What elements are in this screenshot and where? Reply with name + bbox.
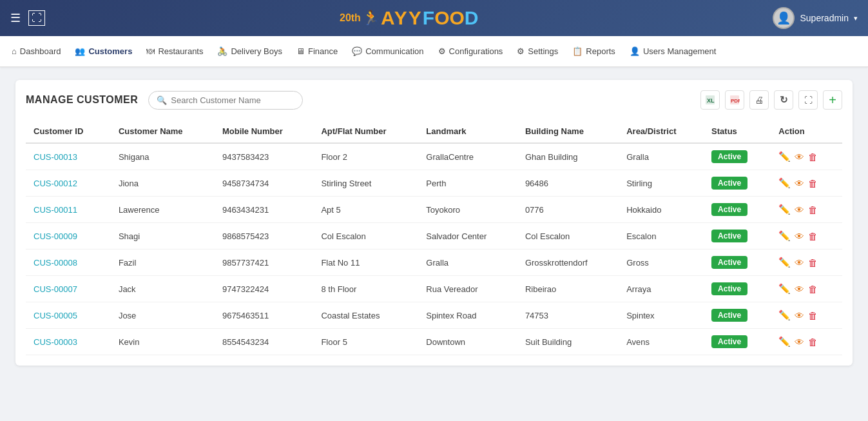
nav-item-configurations[interactable]: ⚙ Configurations [432,43,510,60]
col-mobile-number: Mobile Number [215,120,314,143]
nav-item-delivery-boys[interactable]: 🚴 Delivery Boys [211,43,288,60]
header: ☰ ⛶ 20th 🏃 AYY F OO D 👤 Superadmin ▾ [0,0,868,36]
edit-icon[interactable]: ✏️ [778,230,791,242]
print-icon: 🖨 [755,95,764,105]
pdf-icon: PDF [729,95,740,105]
nav-item-settings[interactable]: ⚙ Settings [510,43,564,60]
edit-icon[interactable]: ✏️ [778,257,791,268]
card-header-left: MANAGE CUSTOMER 🔍 [26,91,303,110]
cell-mobile: 8554543234 [215,329,314,355]
export-xlsx-button[interactable]: XL [700,90,720,110]
table-row: CUS-00011 Lawerence 9463434231 Apt 5 Toy… [26,197,842,223]
cell-status: Active [704,197,771,223]
col-landmark: Landmark [418,120,517,143]
status-badge: Active [711,203,747,216]
cell-status: Active [704,143,771,170]
table-row: CUS-00008 Fazil 9857737421 Flat No 11 Gr… [26,250,842,276]
customers-icon: 👥 [75,46,85,56]
nav-item-customers[interactable]: 👥 Customers [68,43,139,60]
cell-apt: Col Escalon [313,223,418,250]
add-customer-button[interactable]: + [823,90,842,110]
edit-icon[interactable]: ✏️ [778,151,791,162]
action-icons: ✏️ 👁 🗑 [778,283,834,295]
page-title: MANAGE CUSTOMER [26,94,138,106]
cell-area: Stirling [619,170,704,197]
action-icons: ✏️ 👁 🗑 [778,230,834,242]
search-box[interactable]: 🔍 [148,91,303,110]
cell-action: ✏️ 👁 🗑 [771,197,842,223]
col-customer-name: Customer Name [111,120,215,143]
status-badge: Active [711,335,747,348]
cell-building: Suit Building [517,329,619,355]
customer-id-link[interactable]: CUS-00013 [34,152,77,162]
view-icon[interactable]: 👁 [795,257,804,268]
nav-item-communication[interactable]: 💬 Communication [345,43,430,60]
avatar-icon: 👤 [776,11,791,25]
action-icons: ✏️ 👁 🗑 [778,309,834,321]
edit-icon[interactable]: ✏️ [778,336,791,348]
nav-item-dashboard[interactable]: ⌂ Dashboard [5,43,67,60]
delete-icon[interactable]: 🗑 [808,337,818,348]
nav-item-users-management[interactable]: 👤 Users Management [623,43,722,60]
view-icon[interactable]: 👁 [795,310,804,321]
table-row: CUS-00005 Jose 9675463511 Coastal Estate… [26,302,842,329]
cell-mobile: 9463434231 [215,197,314,223]
edit-icon[interactable]: ✏️ [778,309,791,321]
view-icon[interactable]: 👁 [795,284,804,295]
view-icon[interactable]: 👁 [795,178,804,189]
cell-landmark: GrallaCentre [418,143,517,170]
customer-id-link[interactable]: CUS-00009 [34,231,77,241]
delete-icon[interactable]: 🗑 [808,257,818,268]
cell-area: Avens [619,329,704,355]
customer-id-link[interactable]: CUS-00005 [34,311,77,320]
delete-icon[interactable]: 🗑 [808,204,818,215]
cell-action: ✏️ 👁 🗑 [771,276,842,302]
customer-id-link[interactable]: CUS-00003 [34,337,77,347]
nav-item-reports[interactable]: 📋 Reports [566,43,622,60]
delete-icon[interactable]: 🗑 [808,152,818,162]
customer-id-link[interactable]: CUS-00008 [34,258,77,268]
cell-apt: Stirling Street [313,170,418,197]
view-icon[interactable]: 👁 [795,337,804,348]
logo-prefix: 20th [340,12,361,24]
print-button[interactable]: 🖨 [749,90,769,110]
edit-icon[interactable]: ✏️ [778,177,791,189]
nav-item-finance[interactable]: 🖥 Finance [290,43,344,60]
delete-icon[interactable]: 🗑 [808,178,818,189]
export-pdf-button[interactable]: PDF [725,90,744,110]
settings-icon: ⚙ [517,46,525,56]
user-name[interactable]: Superadmin [800,13,849,23]
table-row: CUS-00009 Shagi 9868575423 Col Escalon S… [26,223,842,250]
view-icon[interactable]: 👁 [795,231,804,242]
refresh-button[interactable]: ↻ [774,90,793,110]
nav-label-reports: Reports [586,46,615,56]
delete-icon[interactable]: 🗑 [808,310,818,321]
cell-action: ✏️ 👁 🗑 [771,329,842,355]
nav-item-restaurants[interactable]: 🍽 Restaurants [140,43,209,60]
action-icons: ✏️ 👁 🗑 [778,177,834,189]
expand-button[interactable]: ⛶ [798,90,818,110]
logo: 20th 🏃 AYY F OO D [340,7,479,29]
delete-icon[interactable]: 🗑 [808,231,818,242]
cell-area: Spintex [619,302,704,329]
customer-id-link[interactable]: CUS-00012 [34,179,77,188]
cell-area: Arraya [619,276,704,302]
cell-landmark: Gralla [418,250,517,276]
cell-landmark: Salvador Center [418,223,517,250]
edit-icon[interactable]: ✏️ [778,204,791,215]
nav-label-communication: Communication [365,46,423,56]
view-icon[interactable]: 👁 [795,204,804,215]
customer-id-link[interactable]: CUS-00011 [34,205,77,215]
view-icon[interactable]: 👁 [795,152,804,162]
customer-id-link[interactable]: CUS-00007 [34,284,77,294]
cell-customer-id: CUS-00011 [26,197,111,223]
user-menu-chevron[interactable]: ▾ [854,14,858,23]
hamburger-icon[interactable]: ☰ [10,11,21,25]
edit-icon[interactable]: ✏️ [778,283,791,295]
fullscreen-icon[interactable]: ⛶ [28,10,45,26]
cell-building: 0776 [517,197,619,223]
delete-icon[interactable]: 🗑 [808,284,818,295]
logo-f: F [423,7,434,29]
cell-landmark: Rua Vereador [418,276,517,302]
search-input[interactable] [171,95,294,105]
